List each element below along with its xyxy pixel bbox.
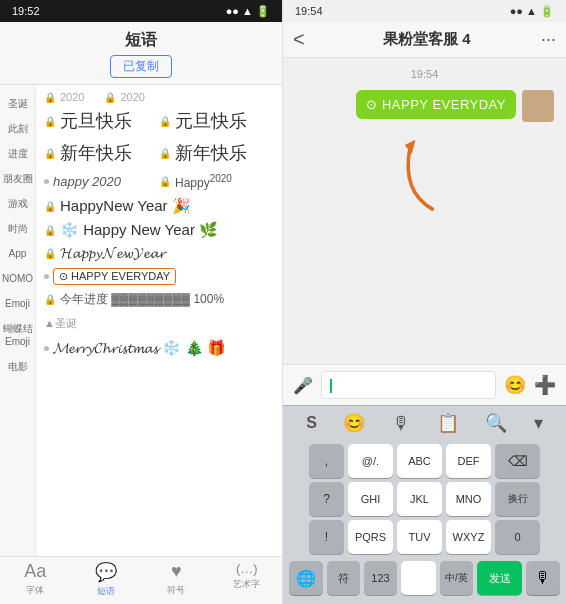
bottom-nav-font[interactable]: Aa 字体 <box>0 561 71 598</box>
phrase-happynewyear-text-2: ❄️ Happy New Year 🌿 <box>60 221 218 239</box>
more-button[interactable]: ··· <box>541 29 556 50</box>
left-time: 19:52 <box>12 5 40 17</box>
kb-tool-s[interactable]: S <box>306 414 317 432</box>
kb-key-tuv[interactable]: TUV <box>397 520 442 554</box>
phrase-yuandan-1[interactable]: 🔒 元旦快乐 <box>44 105 159 137</box>
kb-tool-mic[interactable]: 🎙 <box>392 413 410 434</box>
sidebar-item-christmas[interactable]: 圣诞 <box>6 91 30 116</box>
kb-key-def[interactable]: DEF <box>446 444 491 478</box>
progress-text: 今年进度 ▓▓▓▓▓▓▓▓▓ 100% <box>60 291 224 308</box>
kb-key-ghi[interactable]: GHI <box>348 482 393 516</box>
kb-key-question[interactable]: ? <box>309 482 344 516</box>
kb-key-123[interactable]: 123 <box>364 561 397 595</box>
year-item-2[interactable]: 🔒 2020 <box>104 91 144 103</box>
input-row: 🎤 😊 ➕ <box>283 365 566 405</box>
phrase-progress[interactable]: 🔒 今年进度 ▓▓▓▓▓▓▓▓▓ 100% <box>44 288 274 311</box>
kb-key-backspace[interactable]: ⌫ <box>495 444 540 478</box>
phrase-yuandan-2[interactable]: 🔒 元旦快乐 <box>159 105 274 137</box>
kb-key-zero[interactable]: 0 <box>495 520 540 554</box>
kb-key-comma[interactable]: , <box>309 444 344 478</box>
kb-key-wxyz[interactable]: WXYZ <box>446 520 491 554</box>
phrase-happynewyear-1[interactable]: 🔒 HappyNew Year 🎉 <box>44 194 274 218</box>
bottom-nav-arttext[interactable]: (…) 艺术字 <box>212 561 283 598</box>
chat-time: 19:54 <box>295 68 554 80</box>
phrases-icon: 💬 <box>95 561 117 583</box>
sidebar-item-now[interactable]: 此刻 <box>6 116 30 141</box>
sidebar-item-moments[interactable]: 朋友圈 <box>1 166 35 191</box>
right-status-icons: ●● ▲ 🔋 <box>510 5 554 18</box>
left-body: 圣诞 此刻 进度 朋友圈 游戏 时尚 App NOMO Emoji 蝴蝶结Emo… <box>0 85 282 556</box>
sidebar-item-game[interactable]: 游戏 <box>6 191 30 216</box>
kb-key-enter[interactable]: 换行 <box>495 482 540 516</box>
text-input[interactable] <box>321 371 496 399</box>
kb-key-at[interactable]: @/. <box>348 444 393 478</box>
input-cursor <box>330 379 332 393</box>
kb-tool-chevron[interactable]: ▾ <box>534 412 543 434</box>
bubble-text: HAPPY EVERYDAY <box>382 97 506 112</box>
bubble-icon: ⊙ <box>366 97 378 112</box>
lock-icon-8: 🔒 <box>44 201 56 212</box>
lock-icon-5: 🔒 <box>44 148 56 159</box>
year-item-1[interactable]: 🔒 2020 <box>44 91 84 103</box>
right-input-area: 🎤 😊 ➕ S 😊 🎙 📋 🔍 ▾ , @/. ABC DEF ⌫ <box>283 364 566 604</box>
kb-key-mic-bottom[interactable]: 🎙 <box>526 561 560 595</box>
emoji-button[interactable]: 😊 <box>504 374 526 396</box>
phrase-xinnian-1[interactable]: 🔒 新年快乐 <box>44 137 159 169</box>
keyboard-toolbar: S 😊 🎙 📋 🔍 ▾ <box>283 405 566 440</box>
phrase-happynewyear-text-1: HappyNew Year 🎉 <box>60 197 191 215</box>
back-button[interactable]: < <box>293 28 305 51</box>
plus-button[interactable]: ➕ <box>534 374 556 396</box>
kb-key-abc[interactable]: ABC <box>397 444 442 478</box>
phrase-happy2020-1[interactable]: happy 2020 <box>44 169 159 194</box>
phrase-year-row: 🔒 2020 🔒 2020 <box>44 89 274 105</box>
keyboard: , @/. ABC DEF ⌫ ? GHI JKL MNO 换行 ! PQRS … <box>283 440 566 604</box>
kb-row-2: ? GHI JKL MNO 换行 <box>286 482 563 516</box>
lock-icon-10: 🔒 <box>44 248 56 259</box>
bottom-nav-phrases[interactable]: 💬 短语 <box>71 561 142 598</box>
kb-tool-clipboard[interactable]: 📋 <box>437 412 459 434</box>
arttext-icon: (…) <box>236 561 258 576</box>
sidebar-item-emoji[interactable]: Emoji <box>3 291 32 316</box>
phrase-happy2020-text-1: happy 2020 <box>53 174 121 189</box>
kb-key-send[interactable]: 发送 <box>477 561 522 595</box>
phrase-two-col-xinnian: 🔒 新年快乐 🔒 新年快乐 <box>44 137 274 169</box>
sidebar-item-progress[interactable]: 进度 <box>6 141 30 166</box>
sidebar-item-movie[interactable]: 电影 <box>6 354 30 379</box>
year-text-1: 2020 <box>60 91 84 103</box>
kb-key-jkl[interactable]: JKL <box>397 482 442 516</box>
bottom-nav-symbols[interactable]: ♥ 符号 <box>141 561 212 598</box>
phrase-happy-everyday-row[interactable]: ⊙ HAPPY EVERYDAY <box>44 265 274 288</box>
sidebar-item-fashion[interactable]: 时尚 <box>6 216 30 241</box>
kb-key-exclaim[interactable]: ! <box>309 520 344 554</box>
kb-tool-emoji[interactable]: 😊 <box>343 412 365 434</box>
sidebar-item-bow-emoji[interactable]: 蝴蝶结Emoji <box>1 316 35 354</box>
sidebar-item-nomo[interactable]: NOMO <box>0 266 35 291</box>
kb-key-pqrs[interactable]: PQRS <box>348 520 393 554</box>
lock-icon-2: 🔒 <box>104 92 116 103</box>
kb-key-mno[interactable]: MNO <box>446 482 491 516</box>
phrase-merry-christmas[interactable]: 𝓜𝓮𝓻𝓻𝔂𝓒𝓱𝓻𝓲𝓼𝓽𝓶𝓪𝓼 ❄️ 🎄 🎁 <box>44 336 274 360</box>
copied-badge: 已复制 <box>110 55 172 78</box>
kb-key-zhong-en[interactable]: 中/英 <box>440 561 473 595</box>
phrase-xinnian-2[interactable]: 🔒 新年快乐 <box>159 137 274 169</box>
kb-row-3: ! PQRS TUV WXYZ 0 <box>286 520 563 554</box>
bubble-content: ⊙ HAPPY EVERYDAY <box>366 97 506 112</box>
sidebar: 圣诞 此刻 进度 朋友圈 游戏 时尚 App NOMO Emoji 蝴蝶结Emo… <box>0 85 36 556</box>
symbols-icon: ♥ <box>171 561 182 582</box>
kb-key-space[interactable] <box>401 561 436 595</box>
kb-key-globe[interactable]: 🌐 <box>289 561 323 595</box>
right-panel: 19:54 ●● ▲ 🔋 < 果粉堂客服 4 ··· 19:54 ⊙ HAPPY… <box>283 0 566 604</box>
arttext-label: 艺术字 <box>233 578 260 591</box>
sidebar-item-app[interactable]: App <box>7 241 29 266</box>
kb-key-fu[interactable]: 符 <box>327 561 360 595</box>
phrase-happy-everyday: ⊙ HAPPY EVERYDAY <box>53 268 176 285</box>
phrase-happy2020-2[interactable]: 🔒 Happy2020 <box>159 169 274 194</box>
phrase-calligraphy-newyear[interactable]: 🔒 𝓗𝓪𝓹𝓹𝔂𝓝𝓮𝔀𝓨𝓮𝓪𝓻 <box>44 242 274 265</box>
phrase-happynewyear-2[interactable]: 🔒 ❄️ Happy New Year 🌿 <box>44 218 274 242</box>
right-status-bar: 19:54 ●● ▲ 🔋 <box>283 0 566 22</box>
font-icon: Aa <box>24 561 46 582</box>
kb-tool-search[interactable]: 🔍 <box>485 412 507 434</box>
kb-row-1: , @/. ABC DEF ⌫ <box>286 444 563 478</box>
left-status-icons: ●● ▲ 🔋 <box>226 5 270 18</box>
voice-button[interactable]: 🎤 <box>293 376 313 395</box>
